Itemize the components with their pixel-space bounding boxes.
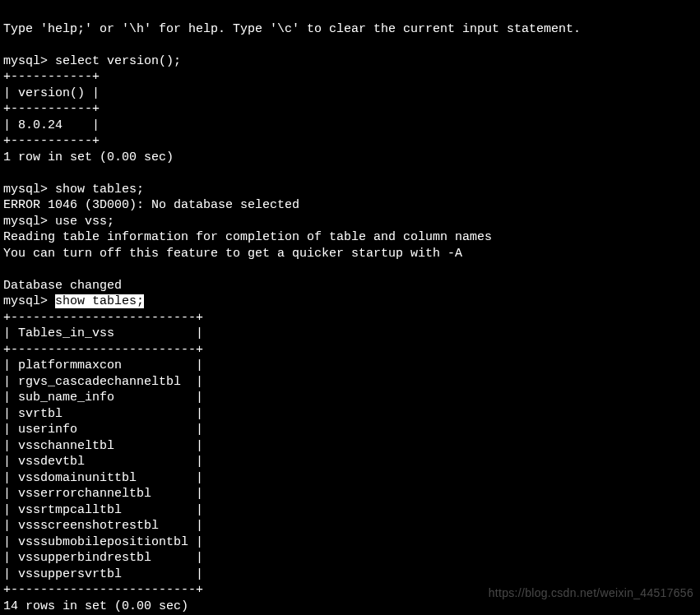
row-summary-2: 14 rows in set (0.00 sec) (3, 599, 188, 613)
tables-row: | vssdevtbl | (3, 455, 203, 469)
tables-row: | vsschanneltbl | (3, 439, 203, 453)
prompt: mysql> (3, 215, 55, 229)
tables-border-mid: +-------------------------+ (3, 343, 203, 357)
tables-row: | vsserrorchanneltbl | (3, 487, 203, 501)
cmd-version: select version(); (55, 54, 181, 68)
version-border-bot: +-----------+ (3, 134, 100, 148)
tables-row: | userinfo | (3, 423, 203, 437)
terminal-output[interactable]: Type 'help;' or '\h' for help. Type '\c'… (0, 0, 700, 615)
intro-text: Type 'help;' or '\h' for help. Type '\c'… (3, 22, 581, 36)
cmd-show-tables-1: show tables; (55, 183, 144, 197)
tables-row: | vssuppersvrtbl | (3, 567, 203, 581)
version-border-top: +-----------+ (3, 70, 100, 84)
prompt: mysql> (3, 294, 55, 308)
prompt: mysql> (3, 183, 55, 197)
tables-row: | vssupperbindrestbl | (3, 551, 203, 565)
tables-row: | vssdomainunittbl | (3, 471, 203, 485)
tables-row: | sub_name_info | (3, 391, 203, 405)
version-header: | version() | (3, 86, 100, 100)
prompt: mysql> (3, 54, 55, 68)
tables-row: | platformmaxcon | (3, 358, 203, 372)
version-border-mid: +-----------+ (3, 102, 100, 116)
tables-row: | rgvs_cascadechanneltbl | (3, 375, 203, 389)
tables-row: | vsssubmobilepositiontbl | (3, 535, 203, 549)
cmd-use: use vss; (55, 215, 114, 229)
cmd-show-tables-2-highlight: show tables; (55, 294, 144, 308)
watermark-text: https://blog.csdn.net/weixin_44517656 (489, 585, 693, 600)
error-line: ERROR 1046 (3D000): No database selected (3, 198, 299, 212)
tables-row: | svrtbl | (3, 407, 203, 421)
turnoff-line: You can turn off this feature to get a q… (3, 247, 462, 261)
reading-line: Reading table information for completion… (3, 230, 492, 244)
tables-row: | vssscreenshotrestbl | (3, 519, 203, 533)
tables-header: | Tables_in_vss | (3, 326, 203, 340)
tables-border-bot: +-------------------------+ (3, 583, 203, 597)
version-value: | 8.0.24 | (3, 118, 100, 132)
tables-border-top: +-------------------------+ (3, 311, 203, 325)
row-summary-1: 1 row in set (0.00 sec) (3, 150, 174, 164)
tables-row: | vssrtmpcalltbl | (3, 503, 203, 517)
db-changed: Database changed (3, 279, 122, 293)
